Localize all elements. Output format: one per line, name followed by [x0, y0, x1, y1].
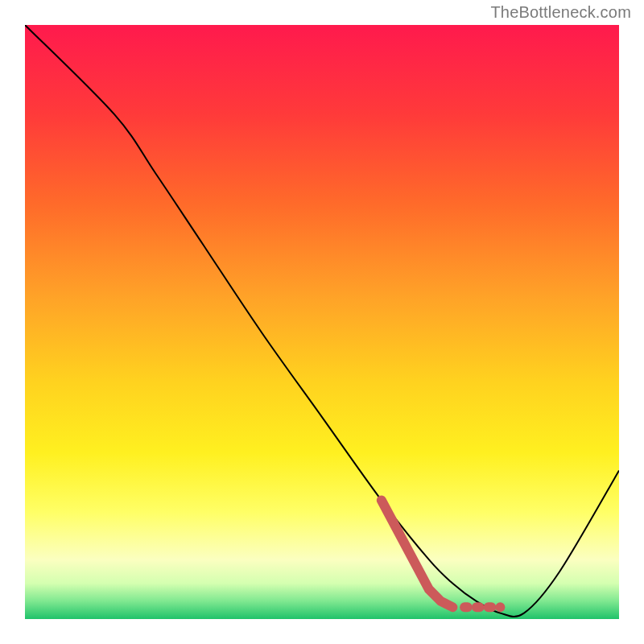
- highlighted-dots: [464, 602, 505, 612]
- svg-point-4: [495, 602, 505, 612]
- watermark-text: TheBottleneck.com: [490, 3, 631, 22]
- plot-area: [24, 24, 620, 620]
- chart-svg: [25, 25, 619, 619]
- bottleneck-curve: [25, 25, 619, 617]
- highlighted-segment: [382, 500, 453, 607]
